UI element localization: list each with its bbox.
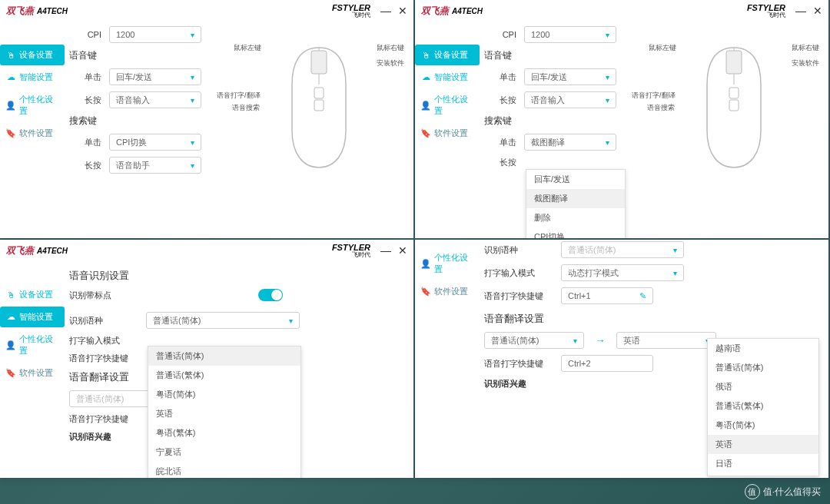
minimize-button[interactable]: — <box>381 246 390 255</box>
dropdown-option[interactable]: 粤语(简体) <box>148 385 300 404</box>
svg-rect-5 <box>726 51 742 74</box>
dropdown-option[interactable]: 截图翻译 <box>526 189 625 208</box>
a4tech-logo: A4TECH <box>37 7 68 15</box>
close-button[interactable]: ✕ <box>398 246 407 255</box>
dropdown-option[interactable]: 普通话(繁体) <box>708 396 818 416</box>
watermark-icon: 值 <box>745 484 760 499</box>
dropdown-option[interactable]: 粤语(简体) <box>708 416 818 435</box>
logo-group: 双飞燕 A4TECH <box>6 5 68 18</box>
click-label: 单击 <box>69 71 101 83</box>
sidebar-item-smart[interactable]: ☁智能设置 <box>415 67 480 88</box>
close-button[interactable]: ✕ <box>813 6 822 15</box>
dropdown-option[interactable]: 普通话(繁体) <box>148 366 300 385</box>
cloud-icon: ☁ <box>6 73 15 82</box>
sidebar-item-device[interactable]: 🖱设备设置 <box>0 45 65 65</box>
sidebar-item-personal[interactable]: 👤个性化设置 <box>415 247 480 280</box>
mouse-svg <box>286 46 352 169</box>
mouse-icon: 🖱 <box>6 51 15 60</box>
window-q3: 双飞燕A4TECH FSTYLER飞时代 —✕ 🖱设备设置 ☁智能设置 👤个性化… <box>0 240 413 478</box>
search-click-dropdown[interactable]: 截图翻译▾ <box>524 134 616 151</box>
lang-dropdown[interactable]: 普通话(简体)▾ <box>146 312 300 329</box>
cpi-label: CPI <box>69 30 101 39</box>
sidebar-item-personal[interactable]: 👤个性化设置 <box>415 89 480 121</box>
dropdown-option[interactable]: 日语 <box>708 454 818 473</box>
titlebar: 双飞燕 A4TECH FSTYLER 飞时代 — ✕ <box>0 0 413 22</box>
sidebar-item-device[interactable]: 🖱设备设置 <box>0 284 65 305</box>
dropdown-option[interactable]: 普通话(简体) <box>148 346 300 366</box>
punct-toggle[interactable] <box>258 289 283 301</box>
mouse-diagram: 鼠标左键 鼠标右键 安装软件 语音打字/翻译 语音搜索 <box>653 46 815 169</box>
dropdown-option[interactable]: 越南语 <box>708 339 818 358</box>
svg-rect-6 <box>729 88 739 98</box>
chevron-down-icon: ▾ <box>191 161 194 170</box>
dropdown-option[interactable]: 韩语 <box>708 473 818 476</box>
sidebar-item-software[interactable]: 🔖软件设置 <box>415 123 480 144</box>
lang-menu: 普通话(简体) 普通话(繁体) 粤语(简体) 英语 粤语(繁体) 宁夏话 皖北话… <box>148 346 301 478</box>
sidebar: 🖱设备设置 ☁智能设置 👤个性化设置 🔖软件设置 <box>0 22 65 238</box>
person-icon: 👤 <box>6 101 15 110</box>
chevron-down-icon: ▾ <box>191 31 194 39</box>
minimize-button[interactable]: — <box>796 6 805 15</box>
voice-click-dropdown[interactable]: 回车/发送▾ <box>109 68 201 85</box>
sidebar-item-software[interactable]: 🔖软件设置 <box>0 363 65 383</box>
chevron-down-icon: ▾ <box>191 138 194 147</box>
brand-logo: 双飞燕 <box>6 5 34 18</box>
svg-rect-2 <box>314 88 324 98</box>
dropdown-option[interactable]: 皖北话 <box>148 462 300 478</box>
svg-rect-7 <box>729 100 739 111</box>
dropdown-option[interactable]: 普通话(简体) <box>708 358 818 377</box>
window-q1: 双飞燕 A4TECH FSTYLER 飞时代 — ✕ 🖱设备设置 ☁智能设置 👤… <box>0 0 413 238</box>
close-button[interactable]: ✕ <box>398 6 407 15</box>
window-q2: 双飞燕A4TECH FSTYLER飞时代 —✕ 🖱设备设置 ☁智能设置 👤个性化… <box>415 0 828 238</box>
search-click-menu: 回车/发送 截图翻译 删除 CPI切换 <box>526 169 626 238</box>
chevron-down-icon: ▾ <box>191 96 194 104</box>
voice-longpress-dropdown[interactable]: 语音输入▾ <box>109 91 201 108</box>
dropdown-option[interactable]: CPI切换 <box>526 227 625 238</box>
dropdown-option[interactable]: 删除 <box>526 208 625 227</box>
sidebar-item-personal[interactable]: 👤个性化设置 <box>0 329 65 361</box>
sidebar-item-smart[interactable]: ☁智能设置 <box>0 67 65 88</box>
trans-shortcut-input[interactable]: Ctrl+2 <box>561 355 653 372</box>
shortcut-input[interactable]: Ctrl+1✎ <box>561 287 653 304</box>
svg-rect-3 <box>314 100 324 111</box>
cpi-dropdown[interactable]: 1200▾ <box>524 26 616 43</box>
lang-dropdown[interactable]: 普通话(简体)▾ <box>561 241 684 258</box>
shortcut-label: 语音打字快捷键 <box>69 353 138 364</box>
arrow-right-icon: → <box>595 334 606 346</box>
mouse-diagram: 鼠标左键 鼠标右键 安装软件 语音打字/翻译 语音搜索 <box>238 46 400 169</box>
sidebar-item-smart[interactable]: ☁智能设置 <box>0 307 65 327</box>
trans-dst-menu: 越南语 普通话(简体) 俄语 普通话(繁体) 粤语(简体) 英语 日语 韩语 印… <box>707 338 819 476</box>
watermark: 值 值·什么值得买 <box>745 484 821 499</box>
dropdown-option[interactable]: 回车/发送 <box>526 170 625 189</box>
input-mode-label: 打字输入模式 <box>69 335 138 346</box>
bookmark-icon: 🔖 <box>6 129 15 138</box>
voice-longpress-dropdown[interactable]: 语音输入▾ <box>524 91 616 108</box>
dropdown-option[interactable]: 英语 <box>148 404 300 423</box>
minimize-button[interactable]: — <box>381 6 390 15</box>
punct-label: 识别带标点 <box>69 290 138 301</box>
lang-label: 识别语种 <box>69 315 138 327</box>
input-mode-dropdown[interactable]: 动态打字模式▾ <box>561 264 684 281</box>
edit-icon[interactable]: ✎ <box>639 291 646 301</box>
window-q4: 👤个性化设置 🔖软件设置 识别语种普通话(简体)▾ 打字输入模式动态打字模式▾ … <box>415 240 828 478</box>
search-click-dropdown[interactable]: CPI切换▾ <box>109 134 201 151</box>
trans-title: 语音翻译设置 <box>484 312 821 326</box>
trans-src-dropdown[interactable]: 普通话(简体)▾ <box>484 332 584 349</box>
trans-dst-dropdown[interactable]: 英语▾ <box>616 332 716 349</box>
fstyler-logo: FSTYLER 飞时代 <box>332 4 370 18</box>
sidebar-item-software[interactable]: 🔖软件设置 <box>0 123 65 144</box>
content-area: CPI 1200▾ 语音键 单击 回车/发送▾ 长按 语音输入▾ 搜索键 单击 … <box>65 22 413 238</box>
dropdown-option[interactable]: 俄语 <box>708 377 818 396</box>
longpress-label: 长按 <box>69 94 101 106</box>
sidebar-item-software[interactable]: 🔖软件设置 <box>415 281 480 302</box>
input-mode-label: 打字输入模式 <box>484 267 553 279</box>
titlebar: 双飞燕A4TECH FSTYLER飞时代 —✕ <box>415 0 828 22</box>
dropdown-option[interactable]: 英语 <box>708 435 818 454</box>
dropdown-option[interactable]: 宁夏话 <box>148 443 300 462</box>
voice-click-dropdown[interactable]: 回车/发送▾ <box>524 68 616 85</box>
sidebar-item-personal[interactable]: 👤个性化设置 <box>0 89 65 121</box>
sidebar-item-device[interactable]: 🖱设备设置 <box>415 45 480 65</box>
search-longpress-dropdown[interactable]: 语音助手▾ <box>109 157 201 174</box>
cpi-dropdown[interactable]: 1200▾ <box>109 26 201 43</box>
dropdown-option[interactable]: 粤语(繁体) <box>148 423 300 443</box>
